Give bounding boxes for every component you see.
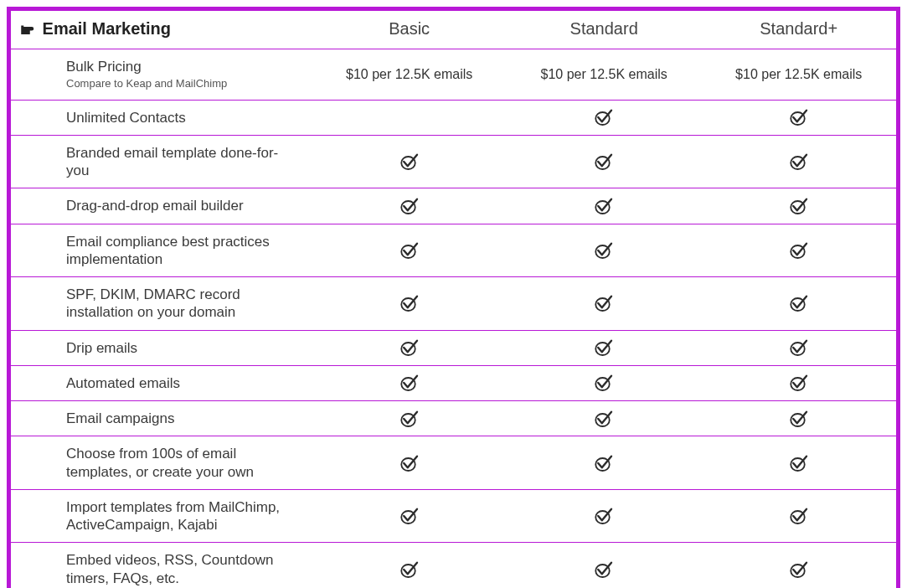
plan-cell <box>312 135 507 188</box>
point-right-icon <box>19 20 34 32</box>
check-icon <box>789 152 809 172</box>
plan-cell <box>701 135 896 188</box>
feature-cell: Automated emails <box>11 365 312 400</box>
feature-label: Import templates from MailChimp, ActiveC… <box>66 499 280 533</box>
section-title: Email Marketing <box>43 19 171 38</box>
check-icon <box>594 338 614 358</box>
plan-cell <box>312 543 507 588</box>
check-icon <box>789 107 809 127</box>
plan-cell <box>312 365 507 400</box>
plan-cell <box>312 224 507 277</box>
table-row: Branded email template done-for-you <box>11 135 896 188</box>
feature-cell: Import templates from MailChimp, ActiveC… <box>11 489 312 543</box>
plan-header-standard: Standard <box>507 11 702 49</box>
plan-cell <box>312 489 507 543</box>
table-row: SPF, DKIM, DMARC record installation on … <box>11 277 896 331</box>
check-icon <box>789 453 809 473</box>
feature-cell: Email compliance best practices implemen… <box>11 224 312 277</box>
check-icon <box>594 107 614 127</box>
plan-cell: $10 per 12.5K emails <box>701 49 896 101</box>
plan-cell <box>507 489 702 543</box>
feature-label: Drip emails <box>66 340 137 356</box>
feature-label: Embed videos, RSS, Countdown timers, FAQ… <box>66 552 274 585</box>
table-row: Embed videos, RSS, Countdown timers, FAQ… <box>11 543 896 588</box>
plan-cell <box>312 330 507 365</box>
feature-cell: Drag-and-drop email builder <box>11 188 312 224</box>
plan-cell <box>507 188 702 224</box>
check-icon <box>789 293 809 313</box>
plan-cell <box>312 100 507 135</box>
feature-label: Unlimited Contacts <box>66 110 186 126</box>
check-icon <box>789 373 809 393</box>
plan-cell <box>701 365 896 400</box>
feature-cell: Unlimited Contacts <box>11 100 312 135</box>
check-icon <box>789 409 809 429</box>
plan-header-standard-plus: Standard+ <box>701 11 896 49</box>
feature-cell: Email campaigns <box>11 401 312 436</box>
feature-label: Automated emails <box>66 375 180 391</box>
feature-cell: Embed videos, RSS, Countdown timers, FAQ… <box>11 543 312 588</box>
plan-cell <box>312 277 507 331</box>
check-icon <box>399 240 420 260</box>
feature-cell: Branded email template done-for-you <box>11 135 312 188</box>
plan-cell <box>701 489 896 543</box>
check-icon <box>594 409 614 429</box>
table-row: Import templates from MailChimp, ActiveC… <box>11 489 896 543</box>
feature-cell: Drip emails <box>11 330 312 365</box>
check-icon <box>594 196 614 216</box>
plan-value: $10 per 12.5K emails <box>735 67 862 81</box>
pricing-table: Email Marketing Basic Standard Standard+… <box>11 11 896 588</box>
plan-cell <box>701 330 896 365</box>
check-icon <box>594 560 614 580</box>
plan-cell <box>701 401 896 436</box>
table-row: Drag-and-drop email builder <box>11 188 896 224</box>
check-icon <box>594 152 614 172</box>
plan-value: $10 per 12.5K emails <box>541 67 667 81</box>
table-row: Unlimited Contacts <box>11 100 896 135</box>
plan-cell <box>701 224 896 277</box>
plan-value: $10 per 12.5K emails <box>346 67 472 81</box>
header-row: Email Marketing Basic Standard Standard+ <box>11 11 896 49</box>
table-row: Automated emails <box>11 365 896 400</box>
pricing-table-frame: Email Marketing Basic Standard Standard+… <box>7 7 900 588</box>
feature-label: Drag-and-drop email builder <box>66 198 244 214</box>
feature-cell: SPF, DKIM, DMARC record installation on … <box>11 277 312 331</box>
plan-cell: $10 per 12.5K emails <box>507 49 702 101</box>
check-icon <box>594 240 614 260</box>
check-icon <box>399 453 420 473</box>
check-icon <box>399 373 420 393</box>
check-icon <box>399 506 420 526</box>
check-icon <box>789 560 809 580</box>
plan-cell <box>312 188 507 224</box>
check-icon <box>399 293 420 313</box>
plan-cell <box>507 224 702 277</box>
check-icon <box>399 338 420 358</box>
plan-cell <box>507 330 702 365</box>
plan-header-basic: Basic <box>312 11 507 49</box>
plan-cell <box>507 401 702 436</box>
plan-cell <box>701 100 896 135</box>
check-icon <box>789 506 809 526</box>
plan-cell <box>507 100 702 135</box>
feature-label: Email campaigns <box>66 410 174 426</box>
section-header-cell: Email Marketing <box>11 11 312 49</box>
plan-cell <box>701 188 896 224</box>
table-row: Email campaigns <box>11 401 896 436</box>
table-row: Bulk PricingCompare to Keap and MailChim… <box>11 49 896 101</box>
table-row: Drip emails <box>11 330 896 365</box>
plan-cell <box>701 543 896 588</box>
plan-cell <box>507 543 702 588</box>
feature-sublabel: Compare to Keap and MailChimp <box>66 77 295 90</box>
plan-cell <box>507 365 702 400</box>
table-row: Choose from 100s of email templates, or … <box>11 436 896 490</box>
check-icon <box>789 338 809 358</box>
plan-cell <box>507 277 702 331</box>
check-icon <box>399 196 420 216</box>
check-icon <box>399 409 420 429</box>
plan-cell <box>507 135 702 188</box>
feature-label: Email compliance best practices implemen… <box>66 234 270 267</box>
check-icon <box>594 453 614 473</box>
check-icon <box>594 373 614 393</box>
plan-cell: $10 per 12.5K emails <box>312 49 507 101</box>
feature-cell: Bulk PricingCompare to Keap and MailChim… <box>11 49 312 101</box>
